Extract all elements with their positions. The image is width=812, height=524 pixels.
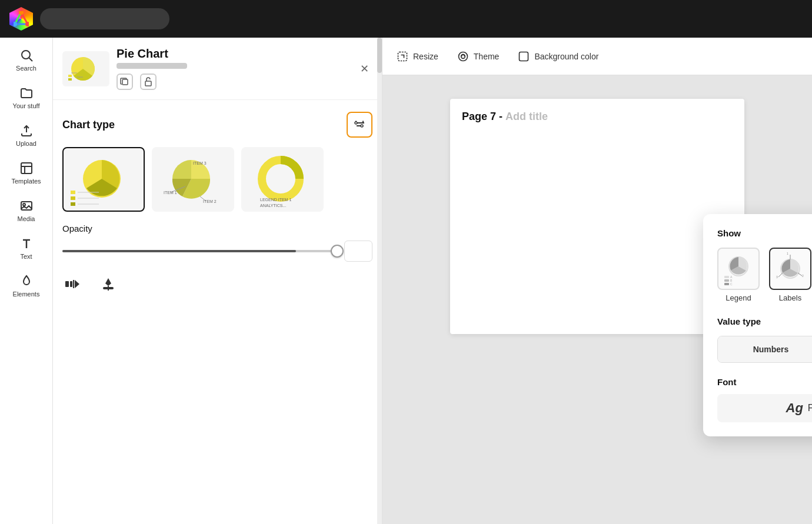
legend-thumb: A B C <box>717 248 760 290</box>
flip-icon-btn[interactable] <box>62 273 84 295</box>
scrollbar-thumb[interactable] <box>377 38 382 73</box>
font-ag-icon: Ag <box>786 400 803 416</box>
opacity-label: Opacity <box>62 223 372 233</box>
chart-type-label: Chart type <box>62 119 115 131</box>
duplicate-icon-btn[interactable] <box>117 74 133 90</box>
sidebar-item-elements[interactable]: Elements <box>3 268 50 303</box>
svg-point-20 <box>361 125 363 127</box>
sidebar-item-upload[interactable]: Upload <box>3 118 50 153</box>
popup-value-type-title: Value type <box>717 316 812 326</box>
svg-rect-5 <box>21 163 32 173</box>
media-icon <box>19 199 34 213</box>
page-container: Page 7 - Add title <box>450 99 744 334</box>
panel-icons <box>117 74 349 90</box>
sidebar-item-upload-label: Upload <box>16 140 36 147</box>
sidebar-item-search-label: Search <box>16 65 36 72</box>
resize-label: Resize <box>413 52 438 61</box>
background-color-button[interactable]: Background color <box>518 51 598 62</box>
flip-icon <box>64 275 82 293</box>
svg-rect-14 <box>145 81 151 86</box>
svg-text:2: 2 <box>802 274 804 278</box>
show-option-legend[interactable]: A B C Legend <box>717 248 760 302</box>
svg-rect-42 <box>103 287 114 289</box>
text-icon <box>19 236 34 251</box>
svg-rect-22 <box>71 191 75 194</box>
popup-panel: Show A B C <box>703 214 812 436</box>
theme-label: Theme <box>474 52 500 61</box>
svg-rect-43 <box>398 52 407 61</box>
svg-text:ITEM 1: ITEM 1 <box>164 191 177 195</box>
chart-type-header: Chart type <box>62 112 372 138</box>
svg-rect-49 <box>724 279 729 282</box>
opacity-input[interactable] <box>344 241 372 262</box>
sidebar-item-media[interactable]: Media <box>3 193 50 228</box>
sidebar-item-text[interactable]: Text <box>3 231 50 266</box>
scrollbar-track <box>377 38 382 524</box>
sidebar-item-your-stuff[interactable]: Your stuff <box>3 80 50 115</box>
svg-line-4 <box>29 58 32 62</box>
svg-text:ANALYTICS...: ANALYTICS... <box>260 203 286 208</box>
sidebar-item-media-label: Media <box>18 215 35 222</box>
svg-rect-37 <box>70 281 72 287</box>
theme-icon <box>457 51 469 62</box>
font-settings-label: Font settings <box>808 403 812 413</box>
page-number: Page 7 - <box>462 111 502 122</box>
unlock-icon <box>144 77 153 86</box>
svg-rect-13 <box>122 79 128 85</box>
font-settings-button[interactable]: Ag Font settings <box>717 394 812 422</box>
opacity-slider-track[interactable] <box>62 250 337 252</box>
templates-icon <box>19 161 34 175</box>
svg-rect-11 <box>68 75 72 77</box>
topbar <box>0 0 812 38</box>
canvas-area: Resize Theme Background color <box>382 38 812 524</box>
upload-icon <box>19 124 34 138</box>
topbar-search[interactable] <box>40 8 169 29</box>
panel-title-area: Pie Chart <box>117 47 349 90</box>
panel-title: Pie Chart <box>117 47 349 61</box>
numbers-button[interactable]: Numbers <box>718 336 812 362</box>
crop-icon-btn[interactable] <box>98 273 119 295</box>
search-icon <box>19 48 34 62</box>
labels-thumb: 1 2 3 <box>769 248 811 290</box>
labels-label: Labels <box>779 293 801 302</box>
crop-icon <box>99 275 117 293</box>
chart-thumb-2[interactable]: ITEM 1 ITEM 2 ITEM 3 <box>152 147 234 212</box>
svg-rect-48 <box>724 276 729 278</box>
sidebar-item-search[interactable]: Search <box>3 42 50 78</box>
duplicate-icon <box>120 77 129 86</box>
svg-point-19 <box>355 122 357 124</box>
sidebar-item-text-label: Text <box>20 253 32 260</box>
filter-button[interactable] <box>347 112 372 138</box>
chart-type-section: Chart type <box>53 100 382 223</box>
main-layout: Search Your stuff Upload Templates <box>0 38 812 524</box>
svg-text:ITEM 2: ITEM 2 <box>203 199 217 203</box>
svg-rect-12 <box>68 78 72 81</box>
show-option-labels[interactable]: 1 2 3 Labels <box>769 248 811 302</box>
theme-button[interactable]: Theme <box>457 51 500 62</box>
svg-rect-46 <box>520 52 528 61</box>
resize-button[interactable]: Resize <box>397 51 438 62</box>
bottom-icons-row <box>53 273 382 295</box>
app-logo[interactable] <box>9 7 33 31</box>
unlock-icon-btn[interactable] <box>140 74 157 90</box>
sidebar-item-your-stuff-label: Your stuff <box>13 102 40 109</box>
canvas-toolbar: Resize Theme Background color <box>382 38 812 75</box>
svg-marker-38 <box>75 280 79 288</box>
opacity-slider-fill <box>62 250 296 252</box>
resize-icon <box>397 51 408 62</box>
add-title-placeholder[interactable]: Add title <box>505 111 548 122</box>
chart-thumb-3[interactable]: LEGEND ITEM 1 ANALYTICS... <box>241 147 324 212</box>
chart-thumb-1[interactable] <box>62 147 145 212</box>
svg-rect-36 <box>65 281 69 287</box>
popup-font-title: Font <box>717 377 812 387</box>
sidebar-item-templates[interactable]: Templates <box>3 155 50 191</box>
svg-rect-23 <box>71 196 75 200</box>
sidebar: Search Your stuff Upload Templates <box>0 38 53 524</box>
close-icon[interactable]: ✕ <box>356 61 372 77</box>
side-panel: Pie Chart <box>53 38 382 524</box>
value-type-row: Numbers Percentage <box>717 336 812 363</box>
opacity-slider-thumb[interactable] <box>331 245 344 258</box>
sidebar-item-elements-label: Elements <box>13 291 40 298</box>
svg-rect-50 <box>724 283 729 285</box>
popup-show-title: Show <box>717 228 812 238</box>
